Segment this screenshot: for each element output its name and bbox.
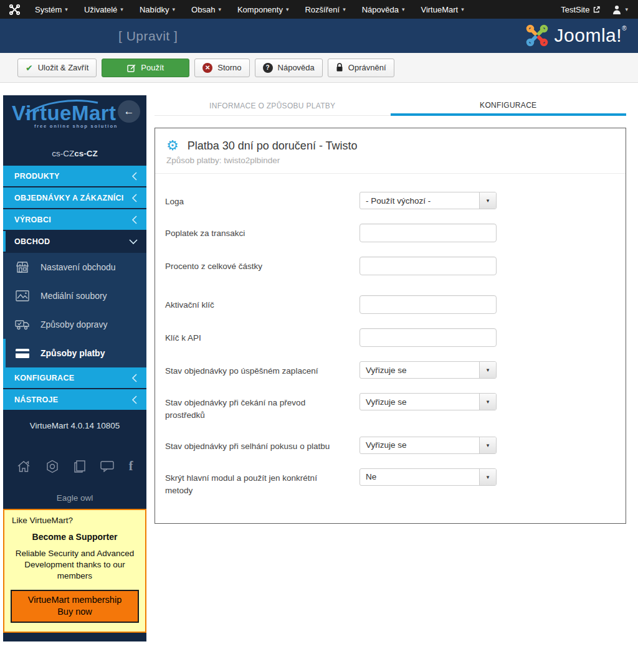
image-icon (14, 290, 31, 301)
joomla-logo-icon (525, 23, 550, 48)
caret-down-icon: ▾ (173, 6, 176, 12)
truck-icon (14, 319, 31, 330)
chevron-left-icon (131, 395, 138, 404)
chevron-down-icon: ▾ (479, 362, 496, 378)
help-icon: ? (263, 63, 273, 73)
gear-icon: ⚙ (166, 139, 179, 153)
promo-question: Like VirtueMart? (9, 516, 140, 525)
tab-configuration[interactable]: KONFIGURACE (391, 97, 627, 116)
sidebar-item-shop-settings[interactable]: Nastavení obchodu (3, 253, 146, 282)
tab-bar: INFORMACE O ZPŮSOBU PLATBY KONFIGURACE (155, 97, 626, 116)
external-link-icon (593, 6, 600, 13)
apply-button[interactable]: Použít (102, 59, 189, 77)
virtuemart-version: VirtueMart 4.0.14 10805 (3, 421, 146, 430)
eagle-owl-label: Eagle owl (3, 493, 146, 503)
payment-method-subtitle: Způsob platby: twisto2plbinder (166, 156, 614, 165)
sidebar-section-tools[interactable]: NÁSTROJE (3, 389, 146, 410)
field-label-status-paid: Stav objednávky po úspěšném zaplacení (165, 361, 359, 379)
supporter-promo-box: Like VirtueMart? Become a Supporter Reli… (3, 509, 146, 633)
sidebar-section-products[interactable]: PRODUKTY (3, 166, 146, 186)
menu-label: Systém (35, 5, 62, 14)
book-icon[interactable] (74, 460, 85, 473)
shop-submenu: Nastavení obchodu Mediální soubory Způso… (3, 253, 146, 367)
logos-select[interactable]: - Použít výchozí - ▾ (359, 192, 497, 209)
selected-value: Vyřizuje se (360, 397, 479, 407)
menu-label: Rozšíření (305, 5, 340, 14)
caret-down-icon: ▾ (461, 6, 464, 12)
save-close-button[interactable]: ✔ Uložit & Zavřít (17, 59, 97, 77)
menu-content[interactable]: Obsah▾ (183, 0, 229, 19)
sidebar-item-media-files[interactable]: Mediální soubory (3, 282, 146, 310)
membership-buy-button[interactable]: VirtueMart membership Buy now (11, 590, 139, 623)
section-label: NÁSTROJE (14, 395, 58, 404)
caret-down-icon: ▾ (286, 6, 289, 12)
home-icon[interactable] (17, 460, 31, 473)
collapse-sidebar-button[interactable]: ← (118, 100, 140, 123)
permissions-button[interactable]: Oprávnění (328, 59, 394, 77)
status-failed-select[interactable]: Vyřizuje se ▾ (359, 437, 497, 454)
sidebar-footer-strip (3, 633, 146, 641)
form-row-logos: Loga - Použít výchozí - ▾ (165, 192, 616, 209)
form-row-status-failed: Stav objednávky při selhání pokusu o pla… (165, 437, 616, 454)
sidebar-section-configuration[interactable]: KONFIGURACE (3, 367, 146, 388)
sidebar-item-shipment-methods[interactable]: Způsoby dopravy (3, 310, 146, 339)
sidebar-section-manufacturers[interactable]: VÝROBCI (3, 209, 146, 230)
tab-payment-method-info[interactable]: INFORMACE O ZPŮSOBU PLATBY (155, 97, 391, 116)
field-label-api-key: Klíč k API (165, 328, 359, 347)
user-menu[interactable]: ▾ (606, 5, 638, 14)
menu-extensions[interactable]: Rozšíření▾ (297, 0, 353, 19)
button-label: Oprávnění (348, 63, 386, 72)
payment-method-title: Platba 30 dní po doručení - Twisto (188, 140, 358, 153)
form-row-status-pending-transfer: Stav objednávky při čekání na převod pro… (165, 393, 616, 422)
status-paid-select[interactable]: Vyřizuje se ▾ (359, 361, 497, 379)
percent-of-total-input[interactable] (359, 257, 497, 275)
credit-card-icon (14, 348, 31, 359)
logo-swoosh (24, 99, 99, 115)
api-key-input[interactable] (359, 328, 497, 347)
field-label-activation-key: Aktivační klíč (165, 295, 359, 314)
site-link-label: TestSite (561, 5, 589, 14)
subitem-label: Způsoby platby (40, 348, 105, 358)
page-header: [ Upravit ] Joomla!® (0, 19, 638, 53)
joomla-icon[interactable] (9, 4, 21, 16)
user-icon (612, 5, 621, 14)
menu-virtuemart[interactable]: VirtueMart▾ (412, 0, 472, 19)
menu-users[interactable]: Uživatelé▾ (76, 0, 131, 19)
facebook-icon[interactable]: f (129, 459, 133, 473)
section-label: OBCHOD (14, 237, 50, 246)
caret-down-icon: ▾ (120, 6, 123, 12)
button-label: Nápověda (278, 63, 315, 72)
caret-down-icon: ▾ (65, 6, 68, 12)
section-label: PRODUKTY (14, 172, 60, 181)
field-label-status-failed: Stav objednávky při selhání pokusu o pla… (165, 437, 359, 454)
hexagon-gear-icon[interactable] (45, 460, 59, 473)
activation-key-input[interactable] (359, 295, 497, 314)
menu-menus[interactable]: Nabídky▾ (131, 0, 183, 19)
comment-icon[interactable] (100, 461, 114, 472)
sidebar-footer-icons: f (3, 459, 146, 473)
membership-button-line2: Buy now (57, 607, 92, 617)
selected-value: Ne (360, 472, 479, 481)
view-site-link[interactable]: TestSite (555, 5, 606, 14)
field-label-percent-of-total: Procento z celkové částky (165, 257, 359, 275)
menu-system[interactable]: Systém▾ (27, 0, 76, 19)
menu-label: Nápověda (362, 5, 399, 14)
cancel-button[interactable]: ✕ Storno (194, 59, 249, 77)
sidebar-section-shop[interactable]: OBCHOD (3, 231, 146, 252)
menu-components[interactable]: Komponenty▾ (229, 0, 297, 19)
membership-button-line1: VirtueMart membership (28, 595, 121, 605)
promo-heading: Become a Supporter (9, 532, 140, 542)
subitem-label: Způsoby dopravy (40, 319, 107, 329)
status-pending-transfer-select[interactable]: Vyřizuje se ▾ (359, 393, 497, 410)
storefront-icon (14, 261, 31, 273)
virtuemart-sidebar: VirtueMart free online shop solution ← c… (3, 95, 146, 641)
menu-help[interactable]: Nápověda▾ (354, 0, 413, 19)
sidebar-section-orders[interactable]: OBJEDNÁVKY A ZÁKAZNÍCI (3, 187, 146, 208)
hide-main-module-select[interactable]: Ne ▾ (359, 468, 497, 486)
sidebar-item-payment-methods[interactable]: Způsoby platby (3, 339, 146, 367)
button-label: Použít (141, 63, 164, 72)
help-button[interactable]: ? Nápověda (255, 59, 323, 77)
configuration-panel: ⚙ Platba 30 dní po doručení - Twisto Způ… (155, 128, 626, 524)
transaction-fee-input[interactable] (359, 224, 497, 242)
chevron-left-icon (131, 374, 138, 382)
